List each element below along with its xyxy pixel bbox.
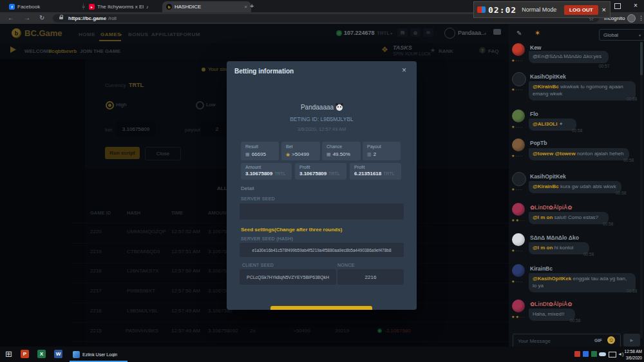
- player-row: Pandaaaaa: [227, 104, 417, 111]
- chat-bubble: @I m on salut! Como estas?: [529, 212, 609, 224]
- tab-close-icon[interactable]: ×: [242, 4, 247, 10]
- chat-username[interactable]: Flo: [530, 111, 538, 117]
- timer-app-icon: [477, 6, 486, 13]
- widget-close-icon[interactable]: ×: [602, 6, 606, 14]
- network-icon[interactable]: [609, 352, 616, 357]
- avatar[interactable]: [512, 233, 525, 246]
- tab-facebook[interactable]: f Facebook ×: [5, 1, 89, 12]
- server-seed-input[interactable]: [240, 204, 404, 220]
- back-button[interactable]: ←: [8, 15, 14, 21]
- tab-close-icon[interactable]: ×: [79, 4, 85, 10]
- window-restore-button[interactable]: [614, 3, 621, 9]
- emoji-button[interactable]: ☺: [607, 336, 615, 344]
- tab-hashdice[interactable]: b HASHDICE ×: [162, 1, 251, 12]
- forward-button[interactable]: →: [24, 15, 30, 21]
- taskbar-app-ezlink[interactable]: Ezlink User Login: [70, 347, 128, 362]
- start-button[interactable]: ⊞: [5, 350, 12, 358]
- chat-bubble: @En@SΔnΔ MΔnΔlo Δko:yes: [529, 51, 609, 63]
- coin-icon: ◉: [286, 152, 290, 157]
- message-text: ✦: [557, 121, 563, 127]
- chat-username[interactable]: PopTb: [530, 140, 547, 146]
- avatar[interactable]: [512, 172, 526, 186]
- mention[interactable]: @KirainBc: [533, 84, 559, 90]
- avatar[interactable]: [512, 264, 525, 277]
- tip-icon[interactable]: ✶: [535, 29, 540, 37]
- client-seed-field[interactable]: PCLcQSk7HYk8qN5VZYEY5BlP638QkH: [240, 269, 336, 285]
- profit-card: Profit 3.10675809TRTL: [295, 163, 346, 180]
- user-level-badge: ★····: [511, 187, 523, 191]
- padlock-icon: [59, 17, 63, 19]
- tab-title: HASHDICE: [175, 4, 201, 10]
- stat-card-bet: Bet ◉>50499: [281, 142, 320, 160]
- avatar[interactable]: [512, 203, 525, 216]
- channel-select[interactable]: Global ▾: [599, 29, 644, 41]
- mention[interactable]: @towew @towew: [533, 151, 576, 157]
- seed-settings-title: Seed settings(Change after three rounds): [241, 227, 342, 233]
- nonce-label: NONCE: [337, 263, 355, 267]
- browser-menu-icon[interactable]: ⋮: [638, 15, 644, 21]
- profit-total-card: Profit 6.21351618TRTL: [350, 163, 401, 180]
- tab-youtube[interactable]: ► The Itchyworms x Ely Buend ♪ ×: [85, 1, 169, 12]
- logout-button[interactable]: LOG OUT: [564, 5, 598, 15]
- mention[interactable]: @KirainBc: [533, 184, 559, 189]
- chat-username[interactable]: ✿LinDt✿ÅlpiÅ✿: [530, 301, 572, 307]
- avatar[interactable]: [512, 43, 525, 56]
- mention[interactable]: @I m on: [533, 245, 553, 251]
- url-path: /roll: [108, 15, 117, 21]
- chat-username[interactable]: Kew: [530, 44, 541, 51]
- chat-bubble: @towew @towew nonton ajalah heheh: [529, 148, 629, 160]
- reload-button[interactable]: ↻: [39, 15, 44, 21]
- avatar[interactable]: [512, 72, 526, 86]
- pen-icon[interactable]: ✎: [516, 30, 522, 37]
- bet-date: 3/6/2020, 12:57:49 AM: [227, 126, 417, 132]
- chat-scrollbar[interactable]: [640, 42, 643, 338]
- server-seed-hash-field[interactable]: e1a30e16b41c578f499b59ab4f5219a4f5880aa9…: [240, 243, 404, 257]
- message-text: hi kontol: [553, 245, 573, 251]
- avatar[interactable]: [512, 110, 525, 122]
- chat-input-wrap: GIF ☺: [513, 334, 621, 348]
- user-level-badge: ★····: [511, 87, 523, 91]
- excel-icon[interactable]: X: [37, 350, 46, 358]
- send-button[interactable]: ►: [623, 334, 640, 347]
- tray-icon-green[interactable]: [591, 351, 597, 357]
- tab-audio-icon[interactable]: ♪: [146, 5, 149, 9]
- chat-username[interactable]: KirainBc: [530, 265, 553, 272]
- tray-icon-red[interactable]: [574, 351, 580, 357]
- amount-value: 3.10675809: [299, 171, 327, 176]
- mention[interactable]: @KasihOpitKek: [533, 276, 571, 281]
- mention[interactable]: @I m on: [533, 214, 553, 220]
- chat-scrollbar-thumb[interactable]: [640, 42, 643, 75]
- chat-message-input[interactable]: [516, 336, 590, 346]
- avatar[interactable]: [512, 138, 525, 151]
- amount-label: Amount: [245, 165, 261, 169]
- new-tab-button[interactable]: +: [250, 2, 254, 10]
- message-time: 00:58: [572, 128, 582, 133]
- taskbar-clock[interactable]: 12:58 AM 3/6/2020: [622, 348, 642, 362]
- chat-username[interactable]: ✿LinDt✿ÅlpiÅ✿: [530, 204, 572, 211]
- user-level-badge: ★★···: [511, 218, 526, 222]
- powerpoint-icon[interactable]: P: [21, 350, 29, 358]
- nonce-value: 2216: [365, 274, 377, 280]
- message-time: 00:58: [627, 97, 637, 101]
- window-close-button[interactable]: ×: [634, 2, 638, 9]
- chat-username[interactable]: SΔnΔ MΔnΔlo Δko: [530, 234, 579, 241]
- message-text: @En@SΔnΔ MΔnΔlo Δko:yes: [533, 53, 601, 59]
- chat-username[interactable]: KasihOpitKek: [530, 73, 566, 80]
- word-icon[interactable]: W: [54, 350, 62, 358]
- modal-close-icon[interactable]: ×: [402, 66, 406, 75]
- profile-avatar[interactable]: [627, 14, 636, 23]
- gif-button[interactable]: GIF: [594, 338, 602, 343]
- message-time: 00:58: [583, 252, 594, 256]
- bet-id: BETING ID: L9B5MJLYBL: [227, 116, 417, 122]
- avatar[interactable]: [512, 300, 525, 312]
- change-seed-button[interactable]: [270, 306, 372, 310]
- stat-card-payout: Payout ▥2: [363, 142, 401, 160]
- tab-separator: [83, 3, 84, 10]
- mention[interactable]: @ALI3OLI: [533, 121, 557, 127]
- onedrive-icon[interactable]: [599, 352, 606, 356]
- player-name[interactable]: Pandaaaaa: [301, 104, 334, 111]
- nonce-field[interactable]: 2216: [337, 269, 404, 285]
- chat-username[interactable]: KasihOpitKek: [530, 173, 566, 180]
- user-level-badge: ★····: [511, 124, 523, 129]
- tray-icon-blue[interactable]: [583, 351, 589, 357]
